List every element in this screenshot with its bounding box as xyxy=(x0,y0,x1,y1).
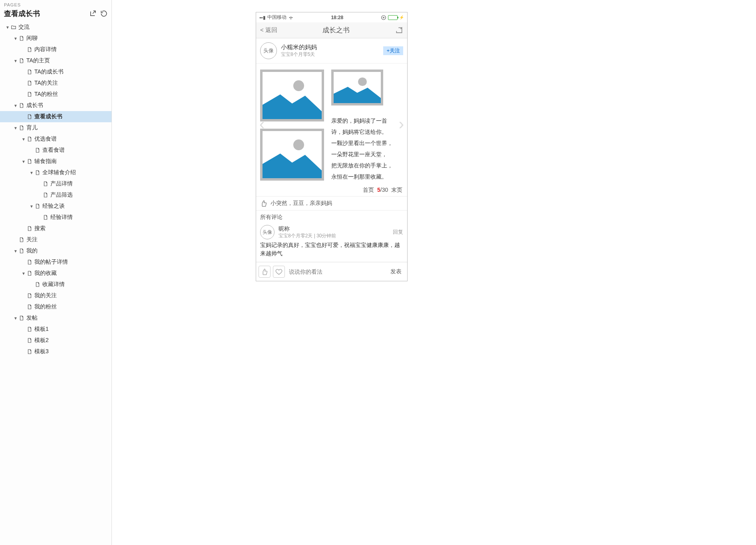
page-icon xyxy=(18,248,25,254)
tree-item-label: 我的关注 xyxy=(34,292,57,299)
page-icon xyxy=(18,125,25,131)
comment-item: 头像 昵称 宝宝8个月零2天 | 30分钟前 回复 宝妈记录的真好，宝宝也好可爱… xyxy=(256,223,407,262)
tree-item[interactable]: TA的关注 xyxy=(0,78,111,89)
total-pages: 30 xyxy=(382,187,388,193)
page-icon xyxy=(26,271,33,276)
tree-item[interactable]: 模板2 xyxy=(0,335,111,346)
tree-item[interactable]: ▼我的收藏 xyxy=(0,268,111,279)
last-page-link[interactable]: 末页 xyxy=(391,187,402,193)
tree-item-label: 产品详情 xyxy=(50,180,73,187)
page-icon xyxy=(34,282,41,287)
favorite-button[interactable] xyxy=(273,266,285,278)
page-icon xyxy=(26,114,33,119)
tree-item-label: 成长书 xyxy=(26,102,43,109)
chevron-down-icon[interactable]: ▼ xyxy=(13,103,18,108)
tree-item[interactable]: 查看食谱 xyxy=(0,145,111,156)
tree-item[interactable]: TA的成长书 xyxy=(0,66,111,78)
tree-item[interactable]: 模板1 xyxy=(0,324,111,335)
next-arrow-icon[interactable]: › xyxy=(399,115,404,133)
tree-item[interactable]: ▼我的 xyxy=(0,245,111,257)
tree-item-label: 全球辅食介绍 xyxy=(42,169,76,176)
canvas: ▪▪▮ 中国移动 18:28 ⚡ < 返回 成长之书 xyxy=(112,0,756,545)
avatar[interactable]: 头像 xyxy=(260,42,277,59)
chevron-down-icon[interactable]: ▼ xyxy=(13,59,18,63)
tree-item[interactable]: 关注 xyxy=(0,234,111,245)
tree-item-label: 辅食指南 xyxy=(34,158,57,165)
tree-item[interactable]: TA的粉丝 xyxy=(0,89,111,100)
tree-item[interactable]: 我的粉丝 xyxy=(0,301,111,312)
tree-item-label: 查看成长书 xyxy=(34,113,62,120)
tree-item[interactable]: 产品筛选 xyxy=(0,189,111,201)
chevron-down-icon[interactable]: ▼ xyxy=(13,36,18,41)
image-placeholder[interactable] xyxy=(331,70,383,105)
comment-body: 宝妈记录的真好，宝宝也好可爱，祝福宝宝健康康康，越来越帅气 xyxy=(260,239,403,258)
page-icon xyxy=(26,80,33,86)
tree-item[interactable]: ▼经验之谈 xyxy=(0,201,111,212)
battery-icon xyxy=(388,15,398,20)
tree-item[interactable]: ▼闲聊 xyxy=(0,33,111,44)
page-tree[interactable]: ▼交流▼闲聊内容详情▼TA的主页TA的成长书TA的关注TA的粉丝▼成长书查看成长… xyxy=(0,22,111,545)
comment-meta: 宝宝8个月零2天 | 30分钟前 xyxy=(279,233,389,239)
page-icon xyxy=(42,192,49,198)
thumb-up-icon[interactable] xyxy=(260,200,267,207)
image-placeholder[interactable] xyxy=(260,129,324,181)
avatar[interactable]: 头像 xyxy=(260,225,275,239)
page-icon xyxy=(26,304,33,310)
status-bar: ▪▪▮ 中国移动 18:28 ⚡ xyxy=(256,12,407,22)
poem-text: 亲爱的，妈妈读了一首 诗，妈妈将它送给你。 一颗沙里看出一个世界， 一朵野花里一… xyxy=(331,113,393,182)
tree-item[interactable]: 产品详情 xyxy=(0,178,111,189)
page-icon xyxy=(26,159,33,164)
page-icon xyxy=(34,203,41,209)
first-page-link[interactable]: 首页 xyxy=(363,187,374,193)
tree-item[interactable]: ▼发帖 xyxy=(0,312,111,324)
chevron-down-icon[interactable]: ▼ xyxy=(29,204,34,209)
chevron-down-icon[interactable]: ▼ xyxy=(13,126,18,130)
tree-item[interactable]: ▼交流 xyxy=(0,22,111,33)
tree-item[interactable]: 内容详情 xyxy=(0,44,111,55)
tree-item-label: 优选食谱 xyxy=(34,135,57,143)
tree-item[interactable]: 收藏详情 xyxy=(0,279,111,290)
page-icon xyxy=(18,103,25,108)
follow-button[interactable]: +关注 xyxy=(383,46,403,55)
pager: 首页 5/30 末页 xyxy=(256,184,407,197)
tree-item[interactable]: 我的帖子详情 xyxy=(0,257,111,268)
tree-item[interactable]: ▼辅食指南 xyxy=(0,156,111,167)
like-button[interactable] xyxy=(259,266,271,278)
chevron-down-icon[interactable]: ▼ xyxy=(21,271,26,276)
send-button[interactable]: 发表 xyxy=(387,268,405,275)
chevron-down-icon[interactable]: ▼ xyxy=(29,171,34,175)
tree-item[interactable]: 我的关注 xyxy=(0,290,111,301)
tree-item-label: 模板3 xyxy=(34,348,49,355)
chevron-down-icon[interactable]: ▼ xyxy=(21,137,26,141)
chevron-down-icon[interactable]: ▼ xyxy=(21,159,26,164)
tree-item[interactable]: ▼TA的主页 xyxy=(0,55,111,66)
tree-item-label: 我的帖子详情 xyxy=(34,259,68,266)
refresh-icon[interactable] xyxy=(100,10,107,17)
wifi-icon xyxy=(288,16,294,20)
chevron-down-icon[interactable]: ▼ xyxy=(13,249,18,253)
export-icon[interactable] xyxy=(89,10,96,17)
back-button[interactable]: < 返回 xyxy=(260,26,277,34)
page-icon xyxy=(42,215,49,220)
comment-input[interactable] xyxy=(287,267,385,276)
page-icon xyxy=(18,315,25,321)
page-icon xyxy=(26,349,33,354)
tree-item[interactable]: 经验详情 xyxy=(0,212,111,223)
page-icon xyxy=(18,58,25,64)
chevron-down-icon[interactable]: ▼ xyxy=(13,316,18,320)
tree-item[interactable]: ▼优选食谱 xyxy=(0,133,111,145)
page-icon xyxy=(34,147,41,153)
reply-button[interactable]: 回复 xyxy=(393,229,403,236)
image-placeholder[interactable] xyxy=(260,70,324,121)
tree-item[interactable]: ▼育儿 xyxy=(0,122,111,133)
tree-item[interactable]: ▼全球辅食介绍 xyxy=(0,167,111,178)
tree-item[interactable]: 搜索 xyxy=(0,223,111,234)
tree-item[interactable]: 查看成长书 xyxy=(0,111,111,122)
tree-item[interactable]: 模板3 xyxy=(0,346,111,357)
page-icon xyxy=(26,338,33,343)
phone-mockup: ▪▪▮ 中国移动 18:28 ⚡ < 返回 成长之书 xyxy=(256,12,408,281)
chevron-down-icon[interactable]: ▼ xyxy=(5,25,10,30)
tree-item-label: 经验之谈 xyxy=(42,203,65,210)
share-icon[interactable] xyxy=(395,26,403,34)
tree-item[interactable]: ▼成长书 xyxy=(0,100,111,111)
